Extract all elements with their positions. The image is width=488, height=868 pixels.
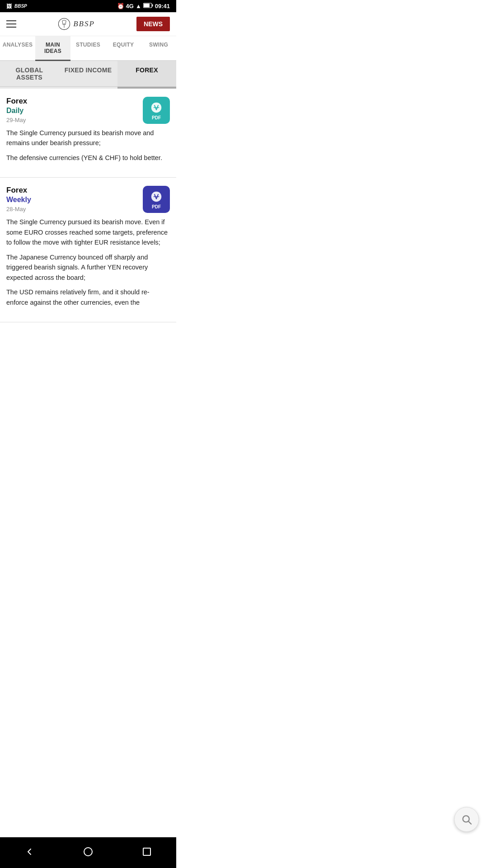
sub-tab-forex[interactable]: FOREX (117, 61, 176, 86)
news-button[interactable]: NEWS (136, 17, 170, 31)
logo-icon (58, 18, 70, 30)
article-1-para-2: The defensive currencies (YEN & CHF) to … (6, 153, 170, 163)
svg-rect-2 (144, 4, 150, 7)
article-2-body: The Single Currency pursued its bearish … (6, 217, 170, 307)
signal-icon: ▲ (136, 3, 141, 9)
svg-rect-1 (152, 5, 153, 7)
article-card-1: PDF Forex Daily 29-May The Single Curren… (0, 89, 176, 178)
article-card-2: PDF Forex Weekly 28-May The Single Curre… (0, 178, 176, 322)
time-label: 09:41 (155, 3, 170, 9)
article-2-para-1: The Single Currency pursued its bearish … (6, 217, 170, 247)
bbsp-status-icon: BBSP (14, 4, 27, 9)
article-2-para-2: The Japanese Currency bounced off sharpl… (6, 252, 170, 283)
pdf-acrobat-icon (149, 100, 164, 115)
tab-analyses[interactable]: ANALYSES (0, 36, 35, 60)
network-label: 4G (126, 3, 134, 9)
alarm-icon: ⏰ (117, 3, 124, 9)
main-tabs: ANALYSES MAIN IDEAS STUDIES EQUITY SWING (0, 36, 176, 61)
top-nav: BBSP NEWS (0, 12, 176, 36)
pdf-label-2: PDF (152, 204, 161, 209)
article-1-para-1: The Single Currency pursued its bearish … (6, 128, 170, 148)
sub-tab-global-assets[interactable]: GLOBAL ASSETS (0, 61, 59, 86)
pdf-acrobat-icon-2 (149, 189, 164, 204)
hamburger-menu[interactable] (6, 20, 16, 28)
sub-tab-fixed-income[interactable]: FIXED INCOME (59, 61, 117, 86)
pdf-label-1: PDF (152, 115, 161, 120)
battery-label (143, 3, 153, 9)
article-2-para-3: The USD remains relatively firm, and it … (6, 287, 170, 307)
pdf-icon-weekly[interactable]: PDF (143, 186, 170, 213)
status-right: ⏰ 4G ▲ 09:41 (117, 3, 170, 9)
sub-tabs: GLOBAL ASSETS FIXED INCOME FOREX (0, 61, 176, 87)
logo: BBSP (58, 18, 95, 30)
logo-text: BBSP (73, 19, 95, 28)
status-left: 🖼 BBSP (6, 3, 27, 9)
tab-swing[interactable]: SWING (141, 36, 176, 60)
status-bar: 🖼 BBSP ⏰ 4G ▲ 09:41 (0, 0, 176, 12)
pdf-icon-daily[interactable]: PDF (143, 97, 170, 124)
article-1-body: The Single Currency pursued its bearish … (6, 128, 170, 163)
tab-main-ideas[interactable]: MAIN IDEAS (35, 36, 70, 61)
photo-icon: 🖼 (6, 3, 12, 9)
tab-equity[interactable]: EQUITY (106, 36, 141, 60)
tab-studies[interactable]: STUDIES (70, 36, 106, 60)
